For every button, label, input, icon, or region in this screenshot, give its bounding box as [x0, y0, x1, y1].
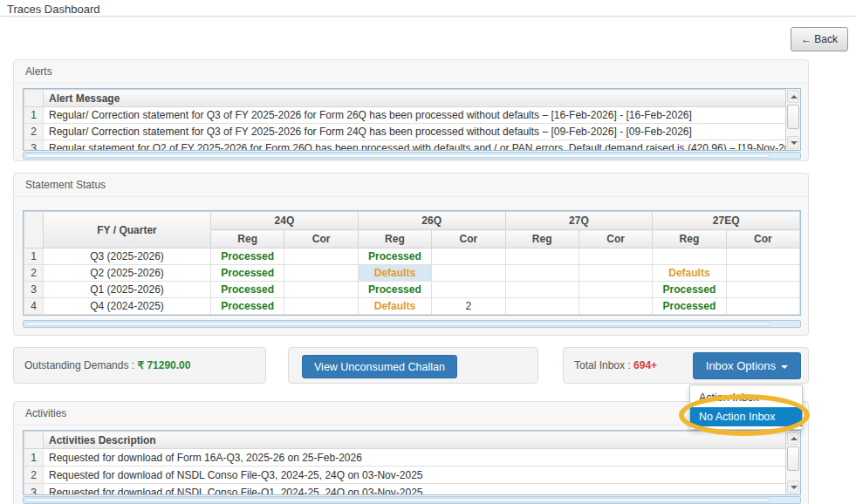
activity-row[interactable]: 3 Requested for download of NSDL Conso F…	[24, 484, 787, 496]
fy-quarter-cell: Q4 (2024-2025)	[44, 298, 211, 315]
activity-description-cell: Requested for download of NSDL Conso Fil…	[44, 467, 787, 484]
row-number-cell: 1	[24, 107, 44, 124]
alerts-panel-title: Alerts	[14, 60, 808, 84]
activity-row[interactable]: 1 Requested for download of Form 16A-Q3,…	[24, 449, 787, 467]
status-cell-26q-reg[interactable]: Defaults	[358, 298, 431, 315]
activities-table: Activities Description 1 Requested for d…	[23, 430, 801, 495]
alert-message-cell: Regular/ Correction statement for Q3 of …	[44, 107, 787, 124]
row-number-cell: 3	[24, 282, 44, 298]
subheader-27eq-reg: Reg	[653, 230, 726, 249]
statement-number-column-header	[24, 212, 44, 249]
alerts-message-column-header: Alert Message	[44, 90, 787, 107]
fy-quarter-cell: Q3 (2025-2026)	[44, 249, 211, 265]
status-cell-24q-reg[interactable]: Processed	[211, 298, 284, 315]
scrollbar-thumb[interactable]	[25, 153, 770, 158]
outstanding-demands-label: Outstanding Demands :	[24, 359, 134, 371]
subheader-26q-reg: Reg	[358, 230, 431, 249]
outstanding-demands-box: Outstanding Demands : ₹ 71290.00	[13, 347, 266, 384]
fy-quarter-header: FY / Quarter	[44, 212, 211, 249]
statement-status-panel: Statement Status FY / Quarter 24Q 26Q 27…	[13, 173, 809, 336]
scrollbar-thumb[interactable]	[787, 105, 799, 129]
status-cell-26q-cor	[432, 282, 505, 298]
alerts-number-column-header	[24, 90, 44, 107]
subheader-24q-reg: Reg	[211, 230, 284, 249]
row-number-cell: 3	[24, 140, 44, 152]
status-cell-24q-cor	[284, 265, 358, 282]
outstanding-demands-amount[interactable]: ₹ 71290.00	[137, 359, 190, 371]
status-cell-27q-reg	[505, 298, 579, 315]
row-number-cell: 1	[24, 249, 44, 265]
row-number-cell: 2	[24, 265, 44, 282]
activities-horizontal-scrollbar[interactable]	[23, 496, 801, 504]
status-cell-27eq-reg[interactable]: Processed	[653, 282, 726, 298]
status-cell-27q-reg	[505, 265, 579, 282]
alert-row[interactable]: 2 Regular/ Correction statement for Q3 o…	[24, 124, 787, 140]
traces-dashboard-page: Traces Dashboard ← Back Alerts Alert Mes…	[0, 0, 856, 504]
status-cell-27eq-reg[interactable]: Processed	[653, 298, 726, 315]
back-button[interactable]: ← Back	[791, 27, 848, 51]
status-cell-27eq-cor	[726, 265, 799, 282]
alerts-vertical-scrollbar[interactable]	[785, 89, 800, 150]
inbox-options-menu: Action Inbox No Action Inbox	[689, 385, 803, 430]
statement-horizontal-scrollbar[interactable]	[23, 320, 801, 328]
view-unconsumed-challan-button[interactable]: View Unconsumed Challan	[302, 355, 457, 378]
status-cell-27q-cor	[579, 298, 652, 315]
scroll-up-button[interactable]	[787, 90, 799, 103]
scrollbar-thumb[interactable]	[25, 322, 770, 326]
status-cell-27eq-reg[interactable]: Defaults	[653, 265, 726, 282]
scroll-down-button[interactable]	[787, 480, 799, 494]
scroll-up-button[interactable]	[787, 432, 799, 445]
scroll-down-button[interactable]	[787, 136, 799, 149]
statement-row: 2 Q2 (2025-2026) Processed Defaults Defa…	[24, 265, 800, 282]
page-title: Traces Dashboard	[7, 3, 99, 16]
statement-row: 4 Q4 (2024-2025) Processed Defaults 2 Pr…	[24, 298, 800, 315]
status-cell-27eq-cor	[726, 282, 799, 298]
status-cell-27eq-cor	[726, 298, 799, 315]
status-cell-24q-reg[interactable]: Processed	[211, 249, 284, 265]
quarter-group-header-27q: 27Q	[505, 212, 653, 230]
status-cell-24q-reg[interactable]: Processed	[211, 265, 284, 282]
menu-item-no-action-inbox[interactable]: No Action Inbox	[690, 407, 802, 426]
status-cell-27q-cor	[579, 282, 652, 298]
status-cell-24q-reg[interactable]: Processed	[211, 282, 284, 298]
alert-row[interactable]: 1 Regular/ Correction statement for Q3 o…	[24, 107, 787, 124]
fy-quarter-cell: Q2 (2025-2026)	[44, 265, 211, 282]
activity-row[interactable]: 2 Requested for download of NSDL Conso F…	[24, 467, 787, 484]
row-number-cell: 2	[24, 467, 44, 484]
activities-vertical-scrollbar[interactable]	[785, 431, 800, 494]
alerts-table: Alert Message 1 Regular/ Correction stat…	[23, 88, 801, 151]
subheader-27q-cor: Cor	[579, 230, 652, 249]
scrollbar-thumb[interactable]	[25, 498, 770, 502]
alerts-panel: Alerts Alert Message 1 Regular/ Correcti…	[13, 59, 809, 161]
status-cell-26q-reg[interactable]: Processed	[358, 249, 431, 265]
status-cell-27eq-reg	[653, 249, 726, 265]
alerts-horizontal-scrollbar[interactable]	[23, 152, 801, 160]
quarter-group-header-24q: 24Q	[211, 212, 359, 230]
total-inbox-count[interactable]: 694+	[633, 359, 657, 371]
total-inbox-label: Total Inbox :	[574, 359, 631, 371]
status-cell-24q-cor	[284, 282, 358, 298]
subheader-27q-reg: Reg	[505, 230, 579, 249]
total-inbox-box: Total Inbox : 694+ Inbox Options	[563, 347, 809, 384]
status-cell-24q-cor	[284, 249, 358, 265]
statement-status-panel-title: Statement Status	[14, 174, 808, 197]
status-cell-27q-reg	[505, 282, 579, 298]
menu-item-action-inbox[interactable]: Action Inbox	[690, 388, 802, 407]
subheader-27eq-cor: Cor	[726, 230, 799, 249]
statement-row: 1 Q3 (2025-2026) Processed Processed	[24, 249, 800, 265]
status-cell-26q-reg[interactable]: Defaults	[358, 265, 431, 282]
status-cell-26q-cor	[432, 249, 505, 265]
scrollbar-thumb[interactable]	[787, 446, 799, 471]
activity-description-cell: Requested for download of NSDL Conso Fil…	[44, 484, 787, 496]
alert-row[interactable]: 3 Regular statement for Q2 of FY 2025-20…	[24, 140, 787, 152]
statement-status-table: FY / Quarter 24Q 26Q 27Q 27EQ Reg Cor Re…	[23, 210, 801, 316]
quarter-group-header-26q: 26Q	[358, 212, 505, 230]
status-cell-26q-cor[interactable]: 2	[432, 298, 505, 315]
row-number-cell: 4	[24, 298, 44, 315]
status-cell-27eq-cor	[726, 249, 799, 265]
status-cell-26q-cor	[432, 265, 505, 282]
activities-description-column-header: Activities Description	[44, 432, 787, 449]
status-cell-27q-cor	[579, 265, 652, 282]
status-cell-26q-reg[interactable]: Processed	[358, 282, 431, 298]
inbox-options-button[interactable]: Inbox Options	[693, 352, 801, 379]
